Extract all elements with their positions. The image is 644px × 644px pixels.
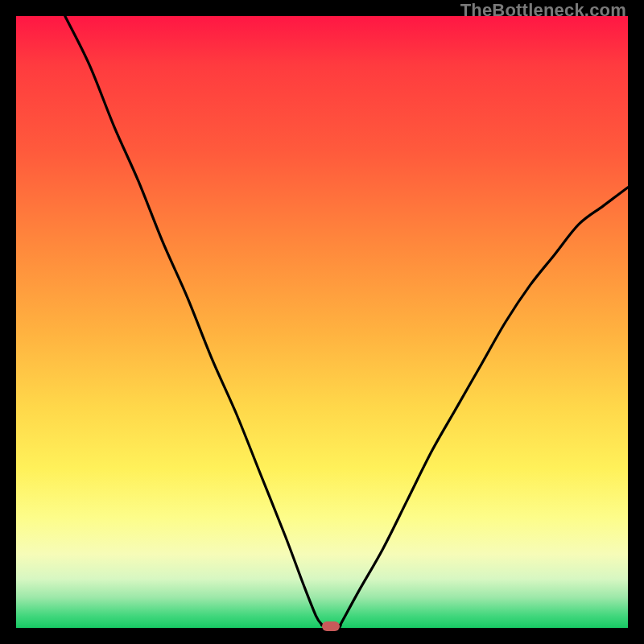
chart-frame: TheBottleneck.com — [0, 0, 644, 644]
min-marker — [322, 621, 340, 631]
watermark-text: TheBottleneck.com — [460, 0, 626, 21]
bottleneck-curve — [16, 16, 628, 628]
curve-path — [65, 16, 628, 627]
